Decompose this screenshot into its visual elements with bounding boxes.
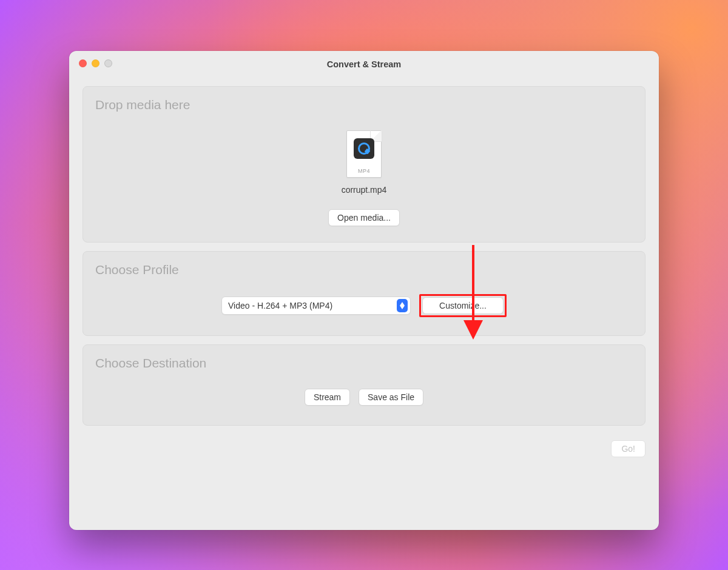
choose-profile-panel: Choose Profile Video - H.264 + MP3 (MP4)…: [83, 251, 645, 336]
file-name: corrupt.mp4: [342, 185, 387, 195]
choose-profile-heading: Choose Profile: [95, 263, 633, 277]
stream-button[interactable]: Stream: [305, 389, 350, 406]
drop-area[interactable]: MP4 corrupt.mp4 Open media...: [95, 115, 633, 226]
choose-destination-heading: Choose Destination: [95, 356, 633, 370]
zoom-icon: [104, 59, 112, 67]
titlebar: Convert & Stream: [69, 51, 659, 78]
select-stepper-icon[interactable]: [397, 299, 408, 312]
profile-selected-value: Video - H.264 + MP3 (MP4): [228, 301, 332, 310]
convert-stream-window: Convert & Stream Drop media here MP4 cor…: [69, 51, 659, 530]
profile-select[interactable]: Video - H.264 + MP3 (MP4): [221, 297, 411, 315]
customize-button[interactable]: Customize...: [422, 297, 504, 314]
file-type-label: MP4: [347, 168, 381, 174]
open-media-button[interactable]: Open media...: [328, 209, 400, 226]
customize-highlight: Customize...: [419, 294, 507, 317]
footer-row: Go!: [83, 434, 645, 457]
traffic-lights: [79, 59, 112, 67]
go-button[interactable]: Go!: [611, 440, 645, 457]
file-icon: MP4: [346, 130, 382, 178]
choose-destination-panel: Choose Destination Stream Save as File: [83, 344, 645, 426]
drop-media-heading: Drop media here: [95, 98, 633, 112]
window-title: Convert & Stream: [327, 59, 401, 69]
minimize-icon[interactable]: [92, 59, 99, 67]
drop-media-panel[interactable]: Drop media here MP4 corrupt.mp4 Open med…: [83, 86, 645, 243]
save-as-file-button[interactable]: Save as File: [359, 389, 423, 406]
close-icon[interactable]: [79, 59, 87, 67]
quicktime-icon: [354, 138, 374, 159]
content: Drop media here MP4 corrupt.mp4 Open med…: [69, 78, 659, 466]
